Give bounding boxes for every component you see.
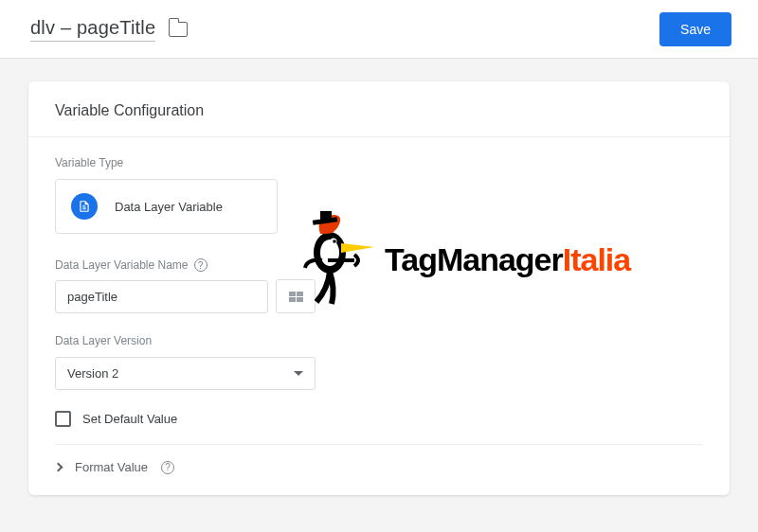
dlv-name-input[interactable] <box>55 280 268 313</box>
svg-point-6 <box>333 239 336 243</box>
format-value-row[interactable]: Format Value ? <box>55 460 703 474</box>
variable-type-selector[interactable]: Data Layer Variable <box>55 179 278 234</box>
version-value: Version 2 <box>67 366 118 381</box>
variable-name-title[interactable]: dlv – pageTitle <box>30 17 155 42</box>
title-wrap: dlv – pageTitle <box>30 17 188 42</box>
variable-type-value: Data Layer Variable <box>115 200 223 214</box>
variable-type-label: Variable Type <box>55 156 703 169</box>
dlv-name-label: Data Layer Variable Name <box>55 258 189 272</box>
version-select[interactable]: Version 2 <box>55 357 316 390</box>
svg-rect-3 <box>313 217 337 225</box>
dlv-name-group: Data Layer Variable Name ? <box>55 258 703 313</box>
brick-icon <box>289 292 303 302</box>
set-default-label: Set Default Value <box>82 412 177 426</box>
page-header: dlv – pageTitle Save <box>0 0 758 59</box>
divider <box>55 444 703 445</box>
svg-point-5 <box>331 239 337 245</box>
svg-marker-2 <box>341 243 374 253</box>
chevron-down-icon <box>294 371 303 376</box>
set-default-row[interactable]: Set Default Value <box>55 411 703 427</box>
version-label: Data Layer Version <box>55 334 703 347</box>
format-value-label: Format Value <box>75 460 148 474</box>
chevron-right-icon <box>54 463 63 472</box>
insert-variable-button[interactable] <box>276 279 316 313</box>
version-group: Data Layer Version Version 2 <box>55 334 703 390</box>
save-button[interactable]: Save <box>659 12 731 46</box>
card-title: Variable Configuration <box>28 81 730 137</box>
help-icon[interactable]: ? <box>161 461 174 474</box>
svg-rect-4 <box>320 211 332 221</box>
set-default-checkbox[interactable] <box>55 411 71 427</box>
folder-icon[interactable] <box>169 22 188 37</box>
data-layer-icon <box>71 193 98 220</box>
config-card: Variable Configuration Variable Type Dat… <box>28 81 730 495</box>
help-icon[interactable]: ? <box>194 258 208 272</box>
card-body: Variable Type Data Layer Variable Data L… <box>28 137 730 495</box>
